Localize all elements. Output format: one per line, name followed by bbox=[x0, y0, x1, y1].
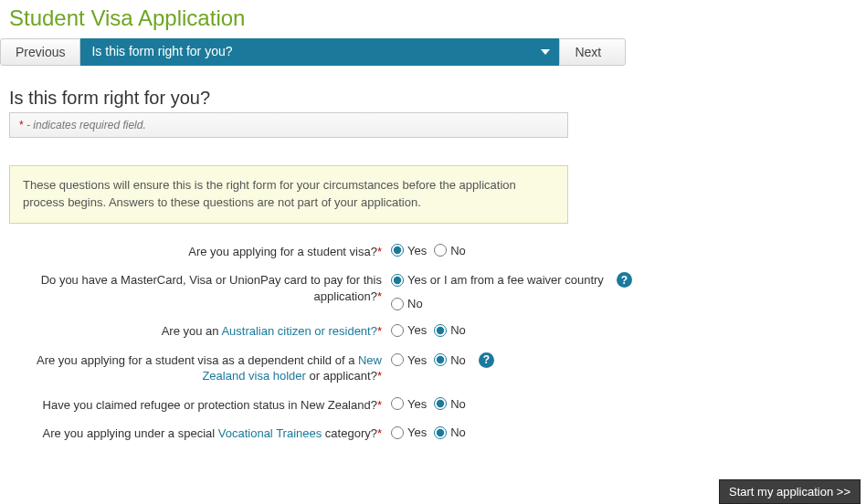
radio-yes[interactable] bbox=[391, 274, 404, 287]
question-row-refugee-status: Have you claimed refugee or protection s… bbox=[9, 397, 866, 414]
radio-label-no: No bbox=[450, 353, 466, 367]
glossary-link[interactable]: Australian citizen or resident? bbox=[221, 324, 377, 338]
radio-label-no: No bbox=[450, 425, 466, 439]
required-star: * bbox=[377, 324, 382, 338]
radio-no[interactable] bbox=[434, 244, 447, 257]
radio-label-no: No bbox=[407, 297, 423, 310]
question-label: Have you claimed refugee or protection s… bbox=[9, 397, 385, 414]
help-icon[interactable]: ? bbox=[617, 272, 632, 288]
chevron-down-icon bbox=[541, 49, 550, 55]
question-label: Do you have a MasterCard, Visa or UnionP… bbox=[9, 272, 385, 304]
question-text: Do you have a MasterCard, Visa or UnionP… bbox=[41, 273, 382, 303]
question-text: Are you applying for a student visa? bbox=[188, 245, 377, 258]
radio-label-yes: Yes bbox=[407, 323, 427, 337]
required-star: * bbox=[377, 398, 382, 412]
radio-no[interactable] bbox=[391, 298, 404, 310]
radio-label-yes: Yes bbox=[407, 425, 427, 439]
question-controls: Yes No ? bbox=[385, 352, 494, 368]
previous-button[interactable]: Previous bbox=[0, 38, 80, 66]
help-icon[interactable]: ? bbox=[479, 352, 494, 368]
question-label: Are you applying for a student visa as a… bbox=[9, 352, 385, 384]
radio-no[interactable] bbox=[434, 324, 447, 337]
question-controls: Yes No bbox=[385, 397, 473, 411]
required-star: * bbox=[377, 245, 382, 258]
glossary-link[interactable]: Vocational Trainees bbox=[218, 426, 322, 440]
question-row-vocational-trainees: Are you applying under a special Vocatio… bbox=[9, 425, 866, 442]
radio-yes[interactable] bbox=[391, 353, 404, 366]
question-controls: Yes No bbox=[385, 323, 473, 337]
question-controls: Yes or I am from a fee waiver country ? … bbox=[385, 272, 663, 310]
radio-no[interactable] bbox=[434, 397, 447, 410]
question-controls: Yes No bbox=[385, 425, 473, 439]
info-banner: These questions will ensure this is the … bbox=[9, 165, 568, 224]
section-title: Is this form right for you? bbox=[9, 88, 866, 109]
question-text-post: or applicant? bbox=[306, 369, 377, 383]
radio-no[interactable] bbox=[434, 426, 447, 439]
required-star: * bbox=[377, 426, 382, 440]
radio-yes[interactable] bbox=[391, 244, 404, 257]
page-title: Student Visa Application bbox=[9, 5, 866, 31]
radio-label-no: No bbox=[450, 244, 466, 257]
radio-label-no: No bbox=[450, 323, 466, 337]
radio-label-yes: Yes or I am from a fee waiver country bbox=[407, 273, 604, 287]
question-row-payment-card: Do you have a MasterCard, Visa or UnionP… bbox=[9, 272, 866, 310]
question-label: Are you applying under a special Vocatio… bbox=[9, 425, 385, 442]
question-row-australian-citizen: Are you an Australian citizen or residen… bbox=[9, 323, 866, 340]
radio-label-yes: Yes bbox=[407, 397, 427, 411]
question-text: Are you applying for a student visa as a… bbox=[37, 353, 358, 367]
question-label: Are you applying for a student visa?* bbox=[9, 244, 385, 260]
radio-no[interactable] bbox=[434, 353, 447, 366]
question-text: Have you claimed refugee or protection s… bbox=[43, 398, 377, 412]
question-text-post: category? bbox=[322, 426, 377, 440]
required-star: * bbox=[377, 369, 382, 383]
radio-yes[interactable] bbox=[391, 324, 404, 337]
radio-yes[interactable] bbox=[391, 397, 404, 410]
question-controls: Yes No bbox=[385, 244, 473, 257]
question-row-dependent-child: Are you applying for a student visa as a… bbox=[9, 352, 866, 384]
form-step-nav: Previous Is this form right for you? Nex… bbox=[0, 38, 866, 66]
step-selector-label: Is this form right for you? bbox=[91, 44, 232, 58]
start-application-button[interactable]: Start my application >> bbox=[719, 479, 861, 504]
radio-label-yes: Yes bbox=[407, 353, 427, 367]
question-label: Are you an Australian citizen or residen… bbox=[9, 323, 385, 340]
radio-label-no: No bbox=[450, 397, 466, 411]
required-note-text: - indicates required field. bbox=[24, 119, 146, 131]
step-selector[interactable]: Is this form right for you? bbox=[80, 38, 559, 66]
question-row-student-visa: Are you applying for a student visa?* Ye… bbox=[9, 244, 866, 260]
question-text: Are you applying under a special bbox=[43, 426, 218, 440]
required-field-note: * - indicates required field. bbox=[9, 112, 568, 138]
next-button[interactable]: Next bbox=[559, 38, 626, 66]
radio-yes[interactable] bbox=[391, 426, 404, 439]
required-star: * bbox=[377, 289, 382, 303]
radio-label-yes: Yes bbox=[407, 244, 427, 257]
question-text: Are you an bbox=[162, 324, 222, 338]
